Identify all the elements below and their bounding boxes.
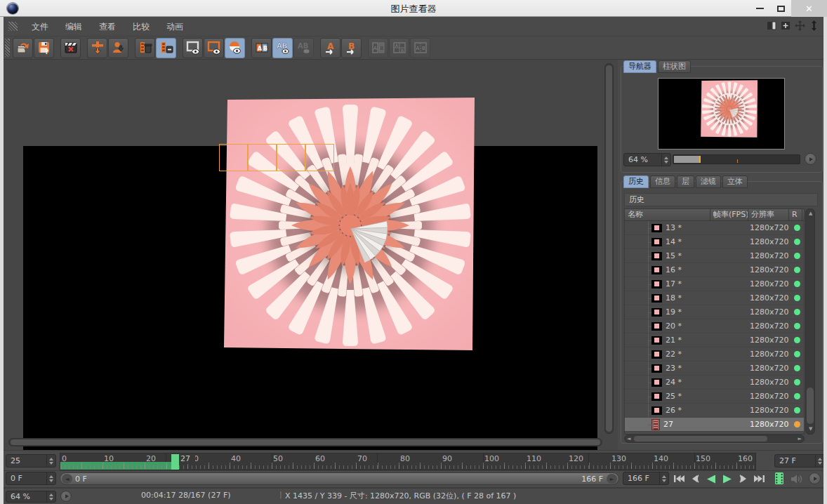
- prev-key-button[interactable]: [688, 472, 702, 485]
- play-backward-button[interactable]: [704, 472, 718, 485]
- history-v-scrollbar[interactable]: ▲ ▼: [805, 208, 815, 435]
- move-panel-icon[interactable]: [795, 20, 805, 31]
- scroll-up-icon[interactable]: ▲: [809, 211, 812, 216]
- scale-panel-icon[interactable]: [809, 20, 819, 31]
- canvas-v-scrollbar[interactable]: [604, 63, 614, 434]
- fps-spinner[interactable]: 25: [6, 454, 56, 467]
- navigator-preview[interactable]: [658, 78, 785, 150]
- remove-clip-button[interactable]: [156, 38, 176, 58]
- compare-ab-button[interactable]: AB: [272, 38, 293, 58]
- delete-frame-button[interactable]: [135, 38, 155, 58]
- tab-histogram[interactable]: 柱状图: [658, 60, 691, 73]
- spinner-arrows-icon[interactable]: [46, 455, 55, 467]
- view-image-b-button[interactable]: [204, 38, 224, 58]
- status-play-button[interactable]: [60, 491, 72, 502]
- scroll-right-icon[interactable]: ►: [798, 437, 802, 442]
- history-row[interactable]: 14 *1280x720: [625, 235, 804, 249]
- menu-edit[interactable]: 编辑: [57, 17, 91, 37]
- close-button[interactable]: ✕: [791, 0, 827, 17]
- column-fps[interactable]: 帧率(FPS): [710, 209, 748, 220]
- view-ab-blend-button[interactable]: [225, 38, 245, 58]
- canvas-h-scrollbar[interactable]: [8, 438, 602, 446]
- navigator-zoom-slider[interactable]: [673, 154, 800, 164]
- tab-stereo[interactable]: 立体: [722, 175, 748, 188]
- spinner-arrows-icon[interactable]: [46, 472, 55, 484]
- set-as-a-button[interactable]: A: [320, 38, 340, 58]
- tab-navigator[interactable]: 导航器: [623, 60, 656, 73]
- sound-toggle[interactable]: [789, 472, 803, 485]
- playhead[interactable]: [171, 454, 179, 470]
- open-file-button[interactable]: [13, 38, 33, 58]
- range-start-label: 0 F: [72, 475, 581, 484]
- jump-start-button[interactable]: [672, 472, 686, 485]
- range-start-spinner[interactable]: 0 F: [6, 472, 56, 485]
- add-panel-icon[interactable]: [781, 20, 791, 31]
- scroll-down-icon[interactable]: ▼: [809, 427, 812, 432]
- next-key-button[interactable]: [736, 472, 750, 485]
- tab-filter[interactable]: 滤镜: [696, 175, 721, 188]
- history-row[interactable]: 15 *1280x720: [625, 249, 804, 263]
- history-row[interactable]: 18 *1280x720: [625, 291, 804, 305]
- tab-info[interactable]: 信息: [650, 175, 675, 188]
- ab-wipe-button[interactable]: AB: [410, 38, 430, 58]
- menu-grip-icon[interactable]: [8, 22, 18, 31]
- set-as-b-button[interactable]: B: [341, 38, 362, 58]
- spinner-arrows-icon[interactable]: [46, 491, 55, 502]
- import-stack-button[interactable]: [87, 38, 107, 58]
- spinner-arrows-icon[interactable]: [661, 154, 670, 166]
- play-forward-button[interactable]: [720, 472, 734, 485]
- view-image-a-button[interactable]: [183, 38, 203, 58]
- save-image-button[interactable]: ?: [34, 38, 54, 58]
- scroll-left-icon[interactable]: ◄: [627, 437, 630, 442]
- titlebar[interactable]: 图片查看器 ✕: [0, 0, 827, 17]
- spinner-arrows-icon[interactable]: [659, 472, 668, 484]
- history-row[interactable]: 21 *1280x720: [625, 333, 804, 347]
- swap-ab-button[interactable]: AB: [251, 38, 272, 58]
- history-row-selected[interactable]: 271280x720: [625, 418, 804, 432]
- navigator-zoom-spinner[interactable]: 64 %: [623, 153, 671, 166]
- column-name[interactable]: 名称: [625, 209, 710, 220]
- history-row[interactable]: 13 *1280x720: [625, 221, 804, 235]
- render-bucket: [305, 144, 334, 171]
- history-row[interactable]: 22 *1280x720: [625, 347, 804, 362]
- zoom-slider-marker[interactable]: [699, 156, 701, 163]
- split-panel-icon[interactable]: [767, 20, 777, 31]
- minimize-button[interactable]: [750, 0, 769, 17]
- history-row[interactable]: 17 *1280x720: [625, 277, 804, 291]
- preview-range-slider[interactable]: ◄ 0 F 166 F ►: [60, 472, 619, 485]
- compare-off-button[interactable]: AB: [293, 38, 314, 58]
- ab-link-button[interactable]: AB: [368, 38, 388, 58]
- menu-view[interactable]: 查看: [91, 17, 124, 37]
- history-row[interactable]: 23 *1280x720: [625, 362, 804, 376]
- tab-history[interactable]: 历史: [623, 175, 649, 188]
- history-h-scrollbar[interactable]: ◄ ►: [624, 435, 805, 443]
- render-clapper-button[interactable]: [60, 38, 81, 58]
- history-row[interactable]: 20 *1280x720: [625, 319, 804, 333]
- menu-compare[interactable]: 比较: [124, 17, 158, 37]
- playback-options-button[interactable]: [809, 472, 821, 484]
- column-render-state[interactable]: R: [789, 209, 802, 220]
- frame-ruler[interactable]: 0 10 20 30 40 50 60 70 80 90 100 110 120…: [60, 453, 756, 470]
- jump-end-button[interactable]: [753, 472, 767, 485]
- tab-layer[interactable]: 层: [677, 175, 694, 188]
- ab-grid-button[interactable]: AB: [389, 38, 409, 58]
- range-left-handle-icon[interactable]: ◄: [62, 474, 72, 484]
- maximize-button[interactable]: [771, 0, 790, 17]
- navigator-options-button[interactable]: [805, 153, 816, 165]
- current-frame-spinner[interactable]: 27 F: [774, 454, 825, 467]
- export-user-button[interactable]: [108, 38, 128, 58]
- history-row[interactable]: 19 *1280x720: [625, 305, 804, 319]
- menu-file[interactable]: 文件: [23, 17, 57, 37]
- history-row[interactable]: 25 *1280x720: [625, 390, 804, 404]
- menu-animation[interactable]: 动画: [158, 17, 192, 37]
- filmstrip-toggle[interactable]: [772, 472, 786, 484]
- history-row[interactable]: 26 *1280x720: [625, 404, 804, 418]
- render-status-dot: [794, 379, 800, 385]
- history-row[interactable]: 16 *1280x720: [625, 263, 804, 277]
- toolbar-grip-icon[interactable]: [5, 39, 10, 57]
- statusbar-zoom-spinner[interactable]: 64 %: [6, 491, 56, 503]
- range-end-spinner[interactable]: 166 F: [623, 472, 669, 485]
- history-row[interactable]: 24 *1280x720: [625, 376, 804, 390]
- column-resolution[interactable]: 分辨率: [748, 209, 789, 220]
- range-right-handle-icon[interactable]: ►: [607, 474, 617, 484]
